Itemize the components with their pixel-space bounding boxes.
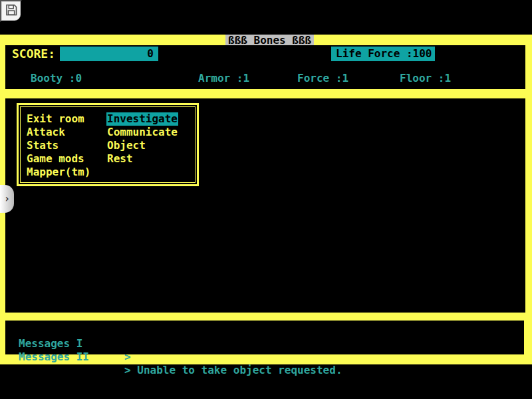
menu-item-rest[interactable]: Rest	[107, 152, 178, 166]
score-label: SCORE:	[12, 47, 55, 61]
menu-item-attack[interactable]: Attack	[27, 126, 90, 139]
stat-booty: Booty :0	[31, 72, 82, 84]
message-row-1: Messages I >	[5, 324, 44, 337]
command-menu-right-column: Investigate Communicate Object Rest	[107, 112, 178, 166]
command-menu-left-column: Exit room Attack Stats Game mods Mapper(…	[27, 112, 90, 179]
menu-item-game-mods[interactable]: Game mods	[27, 152, 90, 166]
command-menu-inner-border: Exit room Attack Stats Game mods Mapper(…	[20, 106, 196, 183]
messages-panel: Messages I > Messages II > Unable to tak…	[5, 321, 524, 354]
status-panel: SCORE: 0 Life Force :100 Booty :0 Armor …	[5, 45, 525, 89]
menu-item-stats[interactable]: Stats	[27, 139, 90, 152]
command-menu: Exit room Attack Stats Game mods Mapper(…	[17, 103, 199, 186]
save-button[interactable]	[0, 0, 22, 22]
menu-item-object[interactable]: Object	[107, 139, 178, 152]
score-bar: 0	[60, 47, 158, 61]
life-force-bar: Life Force :100	[331, 47, 435, 61]
message-row-2: Messages II > Unable to take object requ…	[5, 337, 44, 350]
main-viewport: Exit room Attack Stats Game mods Mapper(…	[5, 98, 525, 313]
menu-item-investigate[interactable]: Investigate	[107, 112, 178, 126]
sidebar-expander-tab[interactable]: ›	[0, 185, 14, 213]
stat-armor: Armor :1	[198, 72, 249, 84]
menu-item-mapper[interactable]: Mapper(tm)	[27, 166, 90, 179]
stat-floor: Floor :1	[400, 72, 451, 84]
message-text: >	[124, 350, 131, 364]
menu-item-exit-room[interactable]: Exit room	[27, 112, 90, 126]
message-text: > Unable to take object requested.	[124, 364, 342, 377]
stat-force: Force :1	[297, 72, 348, 84]
message-label: Messages II	[19, 350, 89, 364]
game-screen: ßßß Bones ßßß SCORE: 0 Life Force :100 B…	[0, 0, 532, 399]
menu-item-communicate[interactable]: Communicate	[107, 126, 178, 139]
window-title: ßßß Bones ßßß	[225, 35, 314, 45]
chevron-right-icon: ›	[4, 194, 10, 204]
floppy-disk-icon	[5, 3, 18, 19]
